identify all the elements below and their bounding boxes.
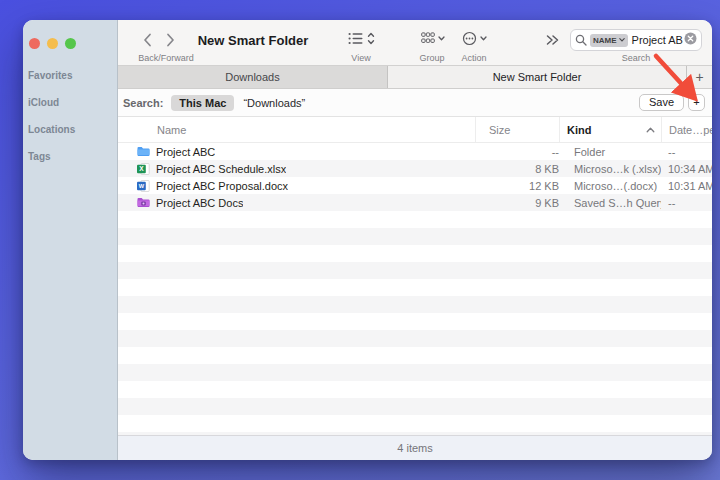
close-window-button[interactable] xyxy=(29,38,40,49)
column-header-label: Size xyxy=(489,124,510,136)
clear-search-button[interactable] xyxy=(684,31,697,49)
action-label: Action xyxy=(456,53,492,63)
sidebar-section-tags: Tags xyxy=(23,143,117,170)
up-down-chevrons-icon xyxy=(367,32,375,45)
file-row[interactable]: Project ABC Docs 9 KB Saved S…h Query -- xyxy=(118,194,712,211)
file-date: -- xyxy=(661,197,712,209)
group-button[interactable] xyxy=(421,32,445,44)
file-size: 12 KB xyxy=(475,180,559,192)
chevron-down-icon xyxy=(438,36,445,41)
file-size: -- xyxy=(475,146,559,158)
item-count: 4 items xyxy=(397,442,432,454)
tab-label: New Smart Folder xyxy=(493,71,582,83)
file-name-cell: W Project ABC Proposal.docx xyxy=(118,180,475,192)
chevron-left-icon xyxy=(143,33,152,47)
search-label: Search xyxy=(606,53,666,63)
main-pane: Back/Forward New Smart Folder View xyxy=(118,20,712,460)
file-size: 9 KB xyxy=(475,197,559,209)
close-icon xyxy=(684,32,697,45)
search-scope-bar: Search: This Mac “Downloads” Save + xyxy=(118,89,712,117)
file-kind: Microso…k (.xlsx) xyxy=(559,163,661,175)
window-title: New Smart Folder xyxy=(183,33,323,48)
search-input-value[interactable]: Project AB xyxy=(632,34,683,46)
tab-new-smart-folder[interactable]: New Smart Folder xyxy=(388,66,686,88)
back-button[interactable] xyxy=(143,33,152,51)
column-header-label: Kind xyxy=(567,124,591,136)
sidebar-section-favorites: Favorites xyxy=(23,62,117,89)
save-search-button[interactable]: Save xyxy=(639,94,684,111)
search-scope-label: Search: xyxy=(123,97,163,109)
chevron-down-icon xyxy=(480,36,487,41)
toolbar-overflow-button[interactable] xyxy=(545,34,559,46)
chevron-right-icon xyxy=(166,33,175,47)
sidebar-section-icloud: iCloud xyxy=(23,89,117,116)
file-kind: Folder xyxy=(559,146,661,158)
svg-text:X: X xyxy=(139,165,144,172)
file-row[interactable]: W Project ABC Proposal.docx 12 KB Micros… xyxy=(118,177,712,194)
back-forward-label: Back/Forward xyxy=(120,53,212,63)
column-headers: Name Size Kind Date…pe xyxy=(118,117,712,143)
scope-downloads-button[interactable]: “Downloads” xyxy=(243,97,305,109)
list-view-icon xyxy=(348,32,364,45)
excel-icon: X xyxy=(137,163,150,175)
zoom-window-button[interactable] xyxy=(65,38,76,49)
desktop: { "window": { "title": "New Smart Folder… xyxy=(0,0,720,480)
file-row[interactable]: X Project ABC Schedule.xlsx 8 KB Microso… xyxy=(118,160,712,177)
toolbar: Back/Forward New Smart Folder View xyxy=(118,20,712,65)
navigation-buttons xyxy=(143,33,175,51)
file-size: 8 KB xyxy=(475,163,559,175)
new-tab-button[interactable]: + xyxy=(686,66,712,88)
tab-bar: Downloads New Smart Folder + xyxy=(118,65,712,89)
file-date: 10:34 AM xyxy=(661,163,712,175)
file-name-cell: X Project ABC Schedule.xlsx xyxy=(118,163,475,175)
file-date: 10:31 AM xyxy=(661,180,712,192)
tab-downloads[interactable]: Downloads xyxy=(118,66,388,88)
search-token-label: NAME xyxy=(593,36,617,45)
plus-icon: + xyxy=(695,69,703,85)
view-label: View xyxy=(346,53,376,63)
sidebar-sections: Favorites iCloud Locations Tags xyxy=(23,62,117,170)
file-kind: Saved S…h Query xyxy=(559,197,661,209)
column-header-kind[interactable]: Kind xyxy=(559,117,661,142)
add-search-criteria-button[interactable]: + xyxy=(688,94,705,111)
file-name: Project ABC Docs xyxy=(156,197,243,209)
window-controls xyxy=(23,20,117,49)
action-button[interactable] xyxy=(462,31,487,46)
finder-window: Favorites iCloud Locations Tags Back/For… xyxy=(23,20,712,460)
view-button[interactable] xyxy=(348,32,375,45)
file-name: Project ABC Proposal.docx xyxy=(156,180,288,192)
column-header-date[interactable]: Date…pe xyxy=(661,117,712,142)
sort-ascending-icon xyxy=(646,127,655,133)
file-date: -- xyxy=(661,146,712,158)
file-kind: Microso…(.docx) xyxy=(559,180,661,192)
scope-this-mac-button[interactable]: This Mac xyxy=(171,95,234,111)
group-label: Group xyxy=(414,53,450,63)
column-header-name[interactable]: Name xyxy=(118,124,475,136)
file-name-cell: Project ABC xyxy=(118,146,475,158)
ellipsis-circle-icon xyxy=(462,31,477,46)
file-name: Project ABC Schedule.xlsx xyxy=(156,163,286,175)
column-header-size[interactable]: Size xyxy=(475,117,559,142)
smart-folder-icon xyxy=(137,197,150,208)
group-grid-icon xyxy=(421,32,435,44)
search-field[interactable]: NAME Project AB xyxy=(570,29,702,51)
minimize-window-button[interactable] xyxy=(47,38,58,49)
status-bar: 4 items xyxy=(118,435,712,460)
folder-icon xyxy=(137,146,150,157)
file-list: Project ABC -- Folder -- X Project ABC S… xyxy=(118,143,712,435)
tab-label: Downloads xyxy=(225,71,279,83)
word-icon: W xyxy=(137,180,150,192)
chevron-down-icon xyxy=(619,38,625,42)
sidebar-section-locations: Locations xyxy=(23,116,117,143)
forward-button[interactable] xyxy=(166,33,175,51)
svg-text:W: W xyxy=(139,183,145,189)
sidebar: Favorites iCloud Locations Tags xyxy=(23,20,118,460)
search-criteria-token[interactable]: NAME xyxy=(590,34,628,47)
double-chevron-right-icon xyxy=(545,34,559,46)
file-name: Project ABC xyxy=(156,146,215,158)
column-header-label: Date…pe xyxy=(669,124,712,136)
file-name-cell: Project ABC Docs xyxy=(118,197,475,209)
search-icon xyxy=(575,34,587,46)
file-row[interactable]: Project ABC -- Folder -- xyxy=(118,143,712,160)
